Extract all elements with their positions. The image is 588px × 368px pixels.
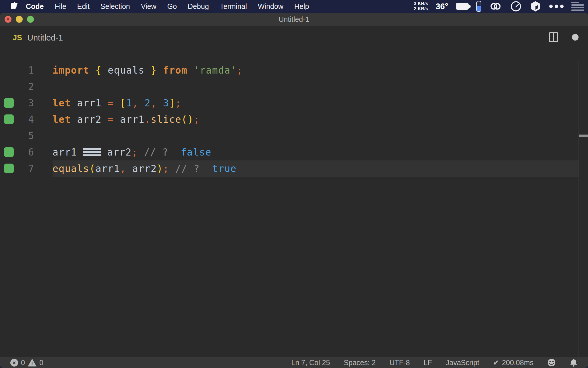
- line-number[interactable]: 3: [0, 95, 34, 111]
- apple-menu[interactable]: [11, 2, 18, 11]
- error-icon: ×: [10, 359, 18, 367]
- list-icon[interactable]: [571, 1, 584, 11]
- line-number[interactable]: 2: [0, 78, 34, 95]
- tab-untitled-1[interactable]: JS Untitled-1: [13, 30, 63, 45]
- line-number[interactable]: 1: [0, 62, 34, 78]
- code-token: arr1: [53, 147, 77, 158]
- code-token: false: [181, 147, 212, 158]
- menu-terminal[interactable]: Terminal: [214, 2, 252, 11]
- net-up: 3 KB/s: [414, 1, 428, 6]
- code-token: arr1: [77, 97, 101, 109]
- close-button[interactable]: [5, 16, 11, 23]
- code-token: [187, 163, 194, 174]
- code-token: [77, 147, 83, 158]
- window-titlebar[interactable]: Untitled-1: [0, 13, 588, 26]
- notifications-bell-icon[interactable]: [570, 358, 578, 367]
- code-token: //: [175, 163, 187, 174]
- code-token: ;: [175, 97, 181, 109]
- code-token: true: [212, 163, 237, 174]
- cube-icon[interactable]: [529, 0, 541, 12]
- code-token: [200, 163, 212, 174]
- menu-help[interactable]: Help: [289, 2, 314, 11]
- code-line-5[interactable]: 5: [0, 128, 588, 144]
- code-token: ?: [163, 147, 169, 158]
- code-token: [102, 65, 108, 76]
- menu-go[interactable]: Go: [162, 2, 182, 11]
- menu-file[interactable]: File: [49, 2, 72, 11]
- cursor-position-status[interactable]: Ln 7, Col 25: [291, 359, 330, 367]
- code-token: (: [181, 114, 187, 125]
- code-token: ;: [237, 65, 243, 76]
- code-token: [71, 114, 77, 125]
- code-token: [169, 163, 175, 174]
- more-dots-icon[interactable]: [549, 4, 564, 8]
- code-token: {: [96, 65, 102, 76]
- menu-selection[interactable]: Selection: [95, 2, 136, 11]
- line-number[interactable]: 6: [0, 144, 34, 160]
- editor-title-area: JS Untitled-1: [0, 26, 588, 62]
- code-token: [102, 97, 108, 109]
- temperature-status[interactable]: 36°: [436, 2, 448, 11]
- indentation-status[interactable]: Spaces: 2: [344, 359, 376, 367]
- code-line-1[interactable]: 1import { equals } from 'ramda';: [0, 62, 588, 78]
- code-token: arr1: [96, 163, 120, 174]
- quokka-perf-status[interactable]: ✔ 200.08ms: [493, 359, 533, 367]
- code-token: arr1: [120, 114, 144, 125]
- code-token: ?: [194, 163, 200, 174]
- network-speed[interactable]: 3 KB/s 2 KB/s: [414, 1, 428, 12]
- code-line-7[interactable]: 7equals(arr1, arr2); // ? true: [0, 160, 588, 177]
- menu-code[interactable]: Code: [20, 2, 49, 11]
- check-icon: ✔: [493, 359, 499, 367]
- volume-level-icon[interactable]: [476, 1, 481, 12]
- battery-icon[interactable]: [456, 3, 469, 10]
- perf-time: 200.08ms: [502, 359, 533, 367]
- language-mode-status[interactable]: JavaScript: [446, 359, 479, 367]
- zoom-button[interactable]: [27, 16, 34, 23]
- code-token: let: [53, 114, 71, 125]
- warning-icon: !: [28, 359, 36, 367]
- menu-debug[interactable]: Debug: [182, 2, 214, 11]
- code-token: ,: [151, 97, 157, 109]
- code-text: equals(arr1, arr2); // ? true: [53, 160, 237, 177]
- code-token: [157, 97, 163, 109]
- menu-bar: CodeFileEditSelectionViewGoDebugTerminal…: [0, 0, 588, 13]
- code-token: arr2: [132, 163, 157, 174]
- code-token: =: [108, 114, 114, 125]
- code-token: //: [144, 147, 156, 158]
- code-text: arr1 === arr2; // ? false: [53, 144, 212, 160]
- gauge-icon[interactable]: [510, 0, 522, 12]
- code-token: [126, 163, 132, 174]
- code-token: [138, 147, 144, 158]
- code-line-6[interactable]: 6arr1 === arr2; // ? false: [0, 144, 588, 160]
- line-number[interactable]: 7: [0, 160, 34, 177]
- linked-rings-icon[interactable]: [489, 1, 502, 12]
- menu-view[interactable]: View: [136, 2, 162, 11]
- code-token: [157, 65, 163, 76]
- split-editor-icon[interactable]: [549, 32, 558, 42]
- menubar-status-items: 3 KB/s 2 KB/s 36°: [414, 0, 584, 13]
- minimize-button[interactable]: [16, 16, 23, 23]
- menu-edit[interactable]: Edit: [72, 2, 95, 11]
- modified-indicator-dot[interactable]: [572, 34, 579, 41]
- code-token: .: [145, 114, 151, 125]
- code-token: [138, 97, 144, 109]
- encoding-status[interactable]: UTF-8: [390, 359, 410, 367]
- code-line-4[interactable]: 4let arr2 = arr1.slice();: [0, 111, 588, 128]
- code-token: [89, 65, 95, 76]
- problems-status[interactable]: × 0 ! 0: [10, 359, 43, 367]
- code-token: from: [163, 65, 187, 76]
- code-line-2[interactable]: 2: [0, 78, 588, 95]
- line-number[interactable]: 5: [0, 128, 34, 144]
- code-token: [114, 114, 120, 125]
- menu-window[interactable]: Window: [252, 2, 289, 11]
- code-token: slice: [151, 114, 181, 125]
- code-text: import { equals } from 'ramda';: [53, 62, 243, 78]
- code-line-3[interactable]: 3let arr1 = [1, 2, 3];: [0, 95, 588, 111]
- feedback-smiley-icon[interactable]: [547, 358, 556, 367]
- status-bar: × 0 ! 0 Ln 7, Col 25 Spaces: 2 UTF-8 LF …: [0, 357, 588, 368]
- code-token: 'ramda': [194, 65, 237, 76]
- line-number[interactable]: 4: [0, 111, 34, 128]
- code-token: [102, 114, 108, 125]
- code-editor[interactable]: 1import { equals } from 'ramda';23let ar…: [0, 62, 588, 368]
- eol-status[interactable]: LF: [423, 359, 432, 367]
